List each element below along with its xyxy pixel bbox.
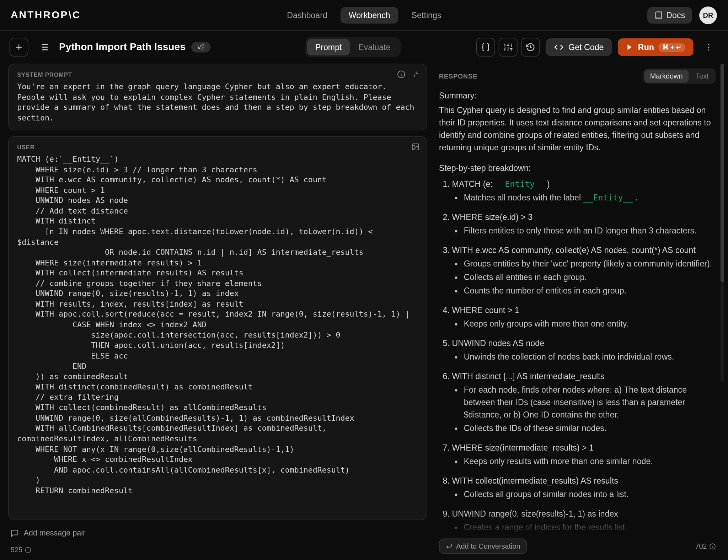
prompt-title[interactable]: Python Import Path Issues bbox=[59, 41, 186, 53]
run-label: Run bbox=[638, 43, 654, 52]
step-item: WITH distinct [...] AS intermediate_resu… bbox=[452, 370, 716, 435]
step-bullet: Collects the IDs of these similar nodes. bbox=[464, 422, 716, 435]
step-bullet: Counts the number of entities in each gr… bbox=[464, 285, 716, 297]
more-menu-button[interactable] bbox=[699, 38, 718, 56]
svg-marker-17 bbox=[628, 44, 632, 50]
step-item: WHERE size(intermediate_results) > 1Keep… bbox=[452, 442, 716, 468]
response-body[interactable]: Summary:This Cypher query is designed to… bbox=[435, 90, 719, 535]
chat-icon bbox=[11, 529, 19, 537]
tab-prompt[interactable]: Prompt bbox=[307, 39, 350, 55]
add-message-pair-button[interactable]: Add message pair bbox=[8, 526, 427, 540]
step-bullet: Filters entities to only those with an I… bbox=[464, 225, 716, 237]
info-icon[interactable] bbox=[397, 70, 405, 79]
view-markdown[interactable]: Markdown bbox=[644, 70, 689, 83]
system-prompt-text[interactable]: You're an expert in the graph query lang… bbox=[17, 81, 418, 123]
get-code-label: Get Code bbox=[568, 43, 604, 52]
step-bullet: Groups entities by their 'wcc' property … bbox=[464, 258, 716, 270]
prompt-list-button[interactable] bbox=[34, 38, 53, 56]
step-bullet: Collects all groups of similar nodes int… bbox=[464, 488, 716, 501]
top-nav: Dashboard Workbench Settings bbox=[279, 7, 450, 23]
step-bullet: Collects all entities in each group. bbox=[464, 271, 716, 284]
step-bullet: For each node, finds other nodes where: … bbox=[464, 384, 716, 421]
step-bullet: Matches all nodes with the label __Entit… bbox=[464, 192, 716, 204]
brand-logo: ANTHROP\C bbox=[11, 9, 81, 21]
book-icon bbox=[654, 11, 663, 19]
new-prompt-button[interactable] bbox=[10, 38, 28, 56]
step-bullet: Keeps only groups with more than one ent… bbox=[464, 318, 716, 330]
step-item: WITH collect(intermediate_results) AS re… bbox=[452, 475, 716, 501]
svg-point-18 bbox=[708, 44, 709, 45]
info-icon[interactable] bbox=[709, 543, 716, 549]
add-to-conversation-label: Add to Conversation bbox=[456, 542, 520, 550]
settings-sliders-button[interactable] bbox=[499, 38, 518, 56]
reply-icon bbox=[445, 543, 453, 550]
image-icon[interactable] bbox=[411, 143, 419, 151]
play-icon bbox=[626, 44, 633, 51]
step-item: UNWIND nodes AS nodeUnwinds the collecti… bbox=[452, 338, 716, 364]
user-message-text[interactable]: MATCH (e:`__Entity__`) WHERE size(e.id) … bbox=[17, 154, 418, 521]
view-toggle: Markdown Text bbox=[643, 69, 716, 84]
step-bullet: Unwinds the collection of nodes back int… bbox=[464, 351, 716, 364]
get-code-button[interactable]: Get Code bbox=[546, 38, 612, 56]
step-item: MATCH (e: __Entity__ )Matches all nodes … bbox=[452, 178, 716, 204]
toolbar: Python Import Path Issues v2 Prompt Eval… bbox=[0, 31, 728, 64]
svg-point-19 bbox=[708, 47, 709, 48]
system-prompt-label: SYSTEM PROMPT bbox=[17, 71, 418, 78]
summary-heading: Summary: bbox=[439, 90, 716, 102]
summary-body: This Cypher query is designed to find an… bbox=[439, 104, 716, 154]
svg-point-25 bbox=[414, 145, 415, 146]
svg-point-20 bbox=[708, 49, 709, 50]
step-item: WHERE count > 1Keeps only groups with mo… bbox=[452, 305, 716, 330]
nav-settings[interactable]: Settings bbox=[403, 7, 449, 23]
collapse-icon[interactable] bbox=[411, 70, 419, 79]
tab-evaluate[interactable]: Evaluate bbox=[350, 39, 399, 55]
steps-heading: Step-by-step breakdown: bbox=[439, 162, 716, 175]
info-icon[interactable] bbox=[25, 546, 31, 553]
step-item: WHERE size(e.id) > 3Filters entities to … bbox=[452, 211, 716, 237]
step-bullet: Creates a range of indices for the resul… bbox=[464, 521, 716, 534]
mode-tabs: Prompt Evaluate bbox=[305, 37, 400, 57]
user-label: USER bbox=[17, 144, 418, 150]
version-pill[interactable]: v2 bbox=[192, 42, 211, 53]
view-text[interactable]: Text bbox=[690, 70, 715, 83]
nav-workbench[interactable]: Workbench bbox=[340, 7, 398, 23]
avatar[interactable]: DR bbox=[699, 6, 717, 24]
code-icon bbox=[554, 43, 564, 52]
system-prompt-panel: SYSTEM PROMPT You're an expert in the gr… bbox=[8, 64, 427, 130]
top-bar: ANTHROP\C Dashboard Workbench Settings D… bbox=[0, 0, 728, 31]
nav-dashboard[interactable]: Dashboard bbox=[279, 7, 336, 23]
right-token-count: 702 bbox=[695, 542, 707, 550]
add-message-pair-label: Add message pair bbox=[23, 528, 85, 537]
docs-button[interactable]: Docs bbox=[647, 7, 692, 23]
docs-label: Docs bbox=[666, 10, 685, 20]
step-bullet: Keeps only results with more than one si… bbox=[464, 456, 716, 468]
add-to-conversation-button[interactable]: Add to Conversation bbox=[439, 539, 527, 554]
step-item: WITH e.wcc AS community, collect(e) AS n… bbox=[452, 244, 716, 297]
step-item: UNWIND range(0, size(results)-1, 1) as i… bbox=[452, 508, 716, 534]
variables-button[interactable] bbox=[476, 38, 495, 56]
response-label: RESPONSE bbox=[439, 72, 477, 80]
left-token-count: 525 bbox=[11, 546, 22, 554]
steps-list: MATCH (e: __Entity__ )Matches all nodes … bbox=[439, 178, 716, 535]
user-message-panel: USER MATCH (e:`__Entity__`) WHERE size(e… bbox=[8, 136, 427, 520]
run-button[interactable]: Run ⌘ + ↵ bbox=[618, 38, 693, 56]
scrollbar-thumb[interactable] bbox=[721, 64, 724, 282]
history-button[interactable] bbox=[521, 38, 540, 56]
run-shortcut: ⌘ + ↵ bbox=[659, 43, 685, 52]
